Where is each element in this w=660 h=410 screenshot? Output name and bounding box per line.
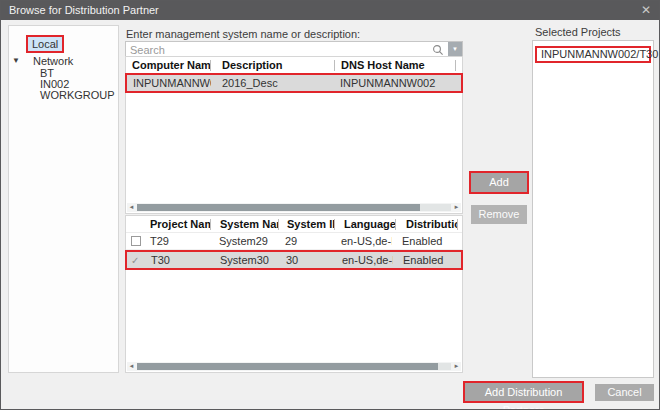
tree-item-local[interactable]: Local [26, 35, 64, 53]
cell-description: 2016_Desc [211, 77, 334, 89]
cell-dns-host-name: INPUNMANNW002 [334, 77, 454, 89]
search-dropdown-button[interactable]: ▼ [448, 42, 462, 57]
search-icon [432, 44, 444, 56]
selected-project-item[interactable]: INPUNMANNW002/T30 [535, 46, 651, 63]
cell-system-name: System30 [211, 254, 278, 266]
cell-system-name: System29 [210, 235, 277, 247]
column-header-project-name[interactable]: Project Name [146, 218, 210, 230]
cell-distribution: Enabled [393, 254, 454, 266]
projects-hscrollbar[interactable]: ◄ ► [127, 362, 461, 371]
cell-distribution: Enabled [392, 235, 453, 247]
selected-projects-list: INPUNMANNW002/T30 [532, 40, 654, 378]
column-header-languages[interactable]: Languages [335, 218, 395, 230]
remove-button[interactable]: Remove [471, 205, 527, 224]
network-tree-panel: Local ▼ Network BT IN002 WORKGROUP [8, 25, 119, 373]
scroll-left-icon[interactable]: ◄ [127, 362, 136, 371]
scroll-thumb[interactable] [137, 363, 438, 370]
cell-project-name: T30 [147, 254, 211, 266]
tree-item-network[interactable]: Network [33, 55, 73, 67]
chevron-down-icon[interactable]: ▼ [12, 56, 20, 65]
column-header-system-id[interactable]: System ID [279, 218, 334, 230]
tree-item-workgroup[interactable]: WORKGROUP [40, 90, 115, 101]
dropdown-icon: ▼ [452, 46, 458, 52]
column-header-system-name[interactable]: System Name [211, 218, 278, 230]
projects-table-header: Project Name System Name System ID Langu… [126, 216, 462, 233]
projects-table: Project Name System Name System ID Langu… [125, 215, 463, 373]
scroll-right-icon[interactable]: ► [452, 203, 461, 212]
dialog-title: Browse for Distribution Partner [9, 4, 159, 16]
management-system-label: Enter management system name or descript… [126, 28, 360, 40]
scroll-left-icon[interactable]: ◄ [127, 203, 136, 212]
computers-hscrollbar[interactable]: ◄ ► [127, 203, 461, 212]
column-header-dns-host-name[interactable]: DNS Host Name [335, 59, 455, 71]
cell-project-name: T29 [146, 235, 210, 247]
selected-projects-label: Selected Projects [535, 26, 621, 38]
titlebar: Browse for Distribution Partner ✕ [1, 1, 659, 20]
project-row-t30-selected[interactable]: ✓ T30 System30 30 en-US,de-DE Enabled [125, 250, 463, 270]
cell-system-id: 30 [278, 254, 333, 266]
cell-computer-name: INPUNMANNW002 [127, 77, 211, 89]
computers-table: Computer Name Description DNS Host Name … [125, 56, 463, 214]
column-header-distribution[interactable]: Distribution [396, 218, 457, 230]
column-header-computer-name[interactable]: Computer Name [126, 59, 210, 71]
add-distribution-partners-button[interactable]: Add Distribution Partners [463, 381, 584, 403]
search-input[interactable] [126, 42, 426, 57]
add-button[interactable]: Add [469, 171, 529, 194]
cancel-button[interactable]: Cancel [595, 384, 654, 401]
computers-table-header: Computer Name Description DNS Host Name [126, 57, 462, 74]
cell-system-id: 29 [277, 235, 332, 247]
row-checkbox-unchecked[interactable] [131, 236, 141, 246]
column-header-description[interactable]: Description [211, 59, 334, 71]
project-row-t29[interactable]: T29 System29 29 en-US,de-DE Enabled [126, 233, 462, 250]
scroll-thumb[interactable] [137, 204, 420, 211]
check-icon[interactable]: ✓ [131, 255, 139, 266]
cell-languages: en-US,de-DE [333, 254, 393, 266]
browse-distribution-partner-dialog: Browse for Distribution Partner ✕ Local … [0, 0, 660, 410]
scroll-right-icon[interactable]: ► [452, 362, 461, 371]
cell-languages: en-US,de-DE [332, 235, 392, 247]
close-icon[interactable]: ✕ [641, 1, 651, 20]
computer-row-selected[interactable]: INPUNMANNW002 2016_Desc INPUNMANNW002 [125, 73, 463, 93]
